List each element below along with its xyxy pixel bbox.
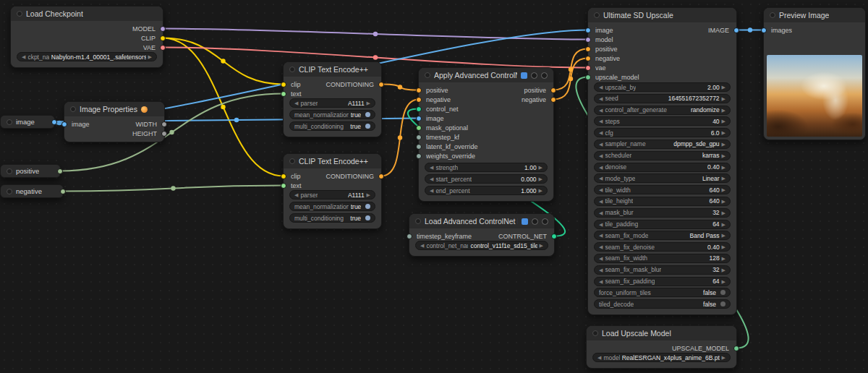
- text-input-port[interactable]: [281, 183, 286, 189]
- node-input-image[interactable]: image: [0, 115, 55, 129]
- image-input-port[interactable]: [61, 121, 67, 127]
- node-title-bar[interactable]: CLIP Text Encode++: [284, 154, 381, 168]
- widget-multi-conditioning[interactable]: multi_conditioning true: [289, 121, 375, 131]
- widget-model-name[interactable]: ◀ model RealESRGAN_x4plus_anime_6B.pth ▶: [592, 353, 731, 362]
- widget-multi-conditioning[interactable]: multi_conditioning true: [289, 213, 375, 223]
- next-arrow-icon[interactable]: ▶: [722, 176, 726, 181]
- upscale-model-input-port[interactable]: [585, 74, 591, 80]
- next-arrow-icon[interactable]: ▶: [722, 355, 726, 360]
- widget-force-uniform-tiles[interactable]: force_uniform_tiles false: [594, 288, 731, 297]
- next-arrow-icon[interactable]: ▶: [540, 243, 543, 248]
- prev-arrow-icon[interactable]: ◀: [294, 100, 298, 106]
- upscale-model-output-port[interactable]: [733, 346, 739, 351]
- node-load-upscale-model[interactable]: Load Upscale Model UPSCALE_MODEL ◀ model…: [586, 325, 737, 369]
- next-arrow-icon[interactable]: ▶: [148, 54, 152, 59]
- model-output-port[interactable]: [160, 26, 166, 32]
- node-load-advanced-controlnet-model[interactable]: Load Advanced ControlNet Model timestep_…: [409, 213, 555, 257]
- next-arrow-icon[interactable]: ▶: [722, 130, 726, 135]
- prev-arrow-icon[interactable]: ◀: [599, 108, 603, 113]
- prev-arrow-icon[interactable]: ◀: [430, 188, 433, 193]
- next-arrow-icon[interactable]: ▶: [722, 244, 726, 249]
- next-arrow-icon[interactable]: ▶: [367, 100, 370, 106]
- widget-mode-type[interactable]: ◀ mode_type Linear ▶: [594, 173, 731, 183]
- clip-output-port[interactable]: [160, 35, 166, 41]
- prev-arrow-icon[interactable]: ◀: [599, 279, 603, 284]
- node-title-bar[interactable]: Load Advanced ControlNet Model: [409, 214, 554, 228]
- positive-input-port[interactable]: [416, 87, 422, 93]
- prev-arrow-icon[interactable]: ◀: [599, 153, 603, 158]
- image-input-port[interactable]: [585, 27, 591, 33]
- prev-arrow-icon[interactable]: ◀: [294, 192, 298, 197]
- widget-strength[interactable]: ◀ strength 1.00 ▶: [425, 163, 548, 172]
- node-preview-image[interactable]: Preview Image images: [763, 7, 866, 140]
- collapse-dot[interactable]: [7, 119, 12, 125]
- mask-optional-input-port[interactable]: [416, 125, 422, 131]
- prev-arrow-icon[interactable]: ◀: [599, 222, 603, 227]
- control-net-input-port[interactable]: [416, 106, 422, 112]
- collapse-dot[interactable]: [70, 106, 76, 112]
- widget-control-net-name[interactable]: ◀ control_net_name control_v11f1e_sd15_t…: [415, 241, 548, 250]
- widget-upscale-by[interactable]: ◀ upscale_by 2.00 ▶: [594, 82, 731, 92]
- prev-arrow-icon[interactable]: ◀: [420, 243, 424, 248]
- widget-parser[interactable]: ◀ parser A1111 ▶: [289, 190, 375, 200]
- clip-input-port[interactable]: [281, 82, 286, 87]
- node-apply-advanced-controlnet[interactable]: Apply Advanced ControlNet positive posit…: [418, 67, 554, 202]
- prev-arrow-icon[interactable]: ◀: [599, 256, 603, 261]
- prev-arrow-icon[interactable]: ◀: [599, 130, 603, 135]
- next-arrow-icon[interactable]: ▶: [722, 165, 726, 170]
- widget-denoise[interactable]: ◀ denoise 0.40 ▶: [594, 163, 731, 172]
- prev-arrow-icon[interactable]: ◀: [430, 176, 433, 181]
- toggle-knob-icon[interactable]: [720, 301, 726, 306]
- conditioning-output-port[interactable]: [378, 173, 384, 179]
- conditioning-output-port[interactable]: [378, 82, 384, 87]
- widget-mask-blur[interactable]: ◀ mask_blur 32 ▶: [594, 208, 731, 218]
- prev-arrow-icon[interactable]: ◀: [597, 355, 601, 360]
- collapse-dot[interactable]: [289, 67, 295, 72]
- toggle-knob-icon[interactable]: [365, 215, 370, 220]
- node-title-bar[interactable]: Preview Image: [764, 8, 865, 22]
- next-arrow-icon[interactable]: ▶: [722, 108, 726, 113]
- toggle-knob-icon[interactable]: [365, 112, 370, 117]
- node-title-bar[interactable]: Load Upscale Model: [587, 326, 736, 340]
- node-title-bar[interactable]: Apply Advanced ControlNet: [419, 68, 553, 82]
- timestep-keyframe-input-port[interactable]: [407, 233, 412, 239]
- widget-tile-padding[interactable]: ◀ tile_padding 64 ▶: [594, 220, 731, 229]
- positive-input-port[interactable]: [585, 46, 591, 52]
- widget-seam-fix-mode[interactable]: ◀ seam_fix_mode Band Pass ▶: [594, 231, 731, 240]
- widget-cfg[interactable]: ◀ cfg 6.0 ▶: [594, 128, 731, 137]
- next-arrow-icon[interactable]: ▶: [722, 267, 726, 273]
- widget-control-after-generate[interactable]: ◀ control_after_generate randomize ▶: [594, 106, 731, 115]
- next-arrow-icon[interactable]: ▶: [722, 85, 726, 90]
- widget-sampler-name[interactable]: ◀ sampler_name dpmpp_sde_gpu ▶: [594, 140, 731, 149]
- next-arrow-icon[interactable]: ▶: [722, 187, 726, 192]
- toggle-knob-icon[interactable]: [365, 124, 370, 129]
- node-title-bar[interactable]: Load Checkpoint: [11, 7, 163, 21]
- widget-ckpt-name[interactable]: ◀ ckpt_na Nabylon-m1.4_00001_.safetensor…: [17, 52, 157, 61]
- weights-override-input-port[interactable]: [416, 153, 422, 159]
- prev-arrow-icon[interactable]: ◀: [599, 85, 603, 90]
- next-arrow-icon[interactable]: ▶: [722, 279, 726, 284]
- next-arrow-icon[interactable]: ▶: [722, 256, 726, 261]
- next-arrow-icon[interactable]: ▶: [722, 199, 726, 204]
- next-arrow-icon[interactable]: ▶: [722, 119, 726, 124]
- next-arrow-icon[interactable]: ▶: [539, 188, 542, 193]
- control-net-output-port[interactable]: [551, 233, 557, 239]
- text-input-port[interactable]: [281, 91, 286, 97]
- node-ultimate-sd-upscale[interactable]: Ultimate SD Upscale image IMAGE model po…: [587, 7, 737, 315]
- prev-arrow-icon[interactable]: ◀: [22, 54, 25, 59]
- node-title-bar[interactable]: Image Properties: [64, 102, 164, 116]
- node-load-checkpoint[interactable]: Load Checkpoint MODEL CLIP VAE ◀ ckpt_na…: [10, 6, 163, 68]
- prev-arrow-icon[interactable]: ◀: [599, 176, 603, 181]
- node-title-bar[interactable]: Ultimate SD Upscale: [588, 8, 736, 22]
- next-arrow-icon[interactable]: ▶: [539, 176, 542, 181]
- widget-mean-normalization[interactable]: mean_normalization true: [289, 202, 375, 211]
- collapse-dot[interactable]: [594, 12, 600, 18]
- collapse-dot[interactable]: [7, 168, 12, 174]
- toggle-knob-icon[interactable]: [365, 204, 370, 209]
- prev-arrow-icon[interactable]: ◀: [599, 165, 603, 170]
- model-input-port[interactable]: [585, 37, 591, 43]
- prev-arrow-icon[interactable]: ◀: [599, 187, 603, 192]
- next-arrow-icon[interactable]: ▶: [367, 192, 370, 197]
- widget-end-percent[interactable]: ◀ end_percent 1.000 ▶: [425, 186, 548, 195]
- collapse-dot[interactable]: [17, 11, 22, 17]
